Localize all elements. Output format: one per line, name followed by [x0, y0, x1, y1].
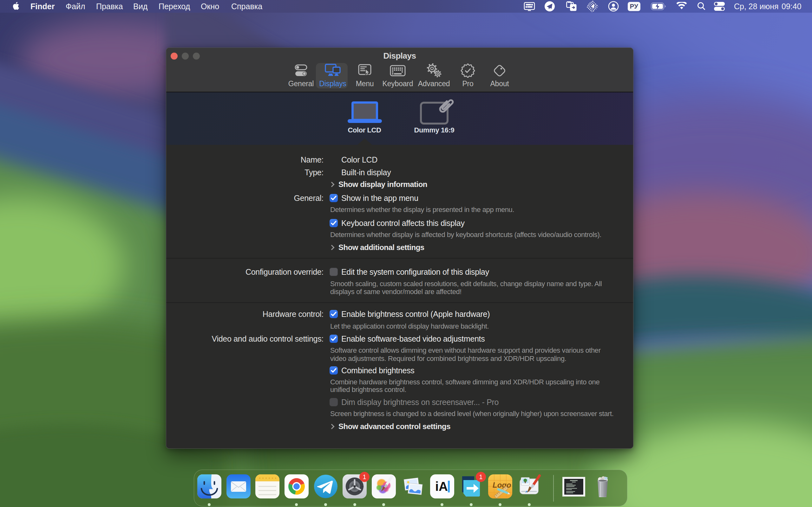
svg-text:Logo: Logo — [493, 481, 511, 489]
svg-text:iA: iA — [435, 480, 448, 493]
